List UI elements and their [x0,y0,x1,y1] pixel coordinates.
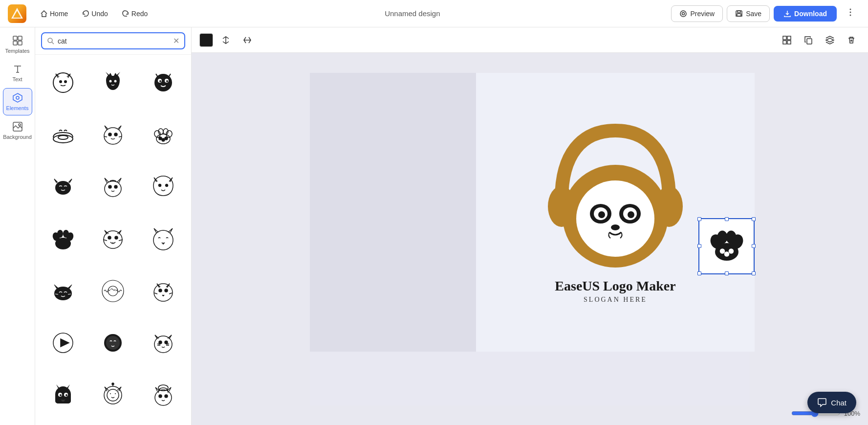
canvas-area: EaseUS Logo Maker SLOGAN HERE 100% [192,27,868,425]
search-input[interactable] [58,37,170,45]
element-cat-whiskers[interactable] [139,319,187,367]
element-cat-bow[interactable] [89,163,137,211]
svg-point-21 [109,80,112,83]
chat-button[interactable]: Chat [807,392,856,413]
logo-title: EaseUS Logo Maker [555,278,675,294]
design-canvas[interactable]: EaseUS Logo Maker SLOGAN HERE [476,73,755,352]
topbar-nav: Home Undo Redo [34,7,153,21]
sidebar-item-background[interactable]: Background [3,117,32,144]
element-cat-1[interactable] [39,59,87,107]
svg-point-44 [114,185,117,188]
element-cat-wreath[interactable] [89,267,137,315]
svg-point-20 [64,80,67,83]
svg-point-59 [154,284,173,301]
svg-point-103 [726,231,736,244]
element-cat-2[interactable] [89,59,137,107]
logo-svg [542,121,689,272]
element-cat-outline[interactable] [139,163,187,211]
element-cat-play[interactable] [39,319,87,367]
svg-point-105 [724,251,729,257]
sidebar-icons: Templates Text Elements Background [0,27,35,425]
svg-point-72 [65,394,67,396]
resize-handle-bm[interactable] [725,271,729,275]
search-icon [47,37,55,45]
main-layout: Templates Text Elements Background [0,27,868,425]
element-cat-fat[interactable] [139,215,187,263]
preview-button[interactable]: Preview [671,5,723,22]
svg-point-53 [108,236,111,239]
element-cat-black-1[interactable] [39,371,87,419]
svg-point-3 [682,12,685,15]
svg-point-58 [108,286,118,296]
home-button[interactable]: Home [34,7,74,21]
save-button[interactable]: Save [727,5,770,22]
svg-point-57 [102,280,124,302]
design-name: Unnamed design [157,9,667,18]
element-cat-chef[interactable] [139,371,187,419]
app-logo [8,4,26,23]
svg-point-26 [159,80,161,82]
mirror-button[interactable] [239,31,256,49]
redo-button[interactable]: Redo [116,7,153,21]
svg-rect-84 [787,41,791,44]
search-clear-button[interactable]: ✕ [173,36,179,45]
svg-point-42 [105,181,121,197]
svg-point-43 [108,185,111,188]
grid-view-button[interactable] [778,31,796,49]
resize-handle-bl[interactable] [697,271,701,275]
svg-point-8 [850,15,851,16]
svg-point-80 [165,395,168,398]
flip-button[interactable] [217,31,235,49]
delete-button[interactable] [843,31,860,49]
svg-point-98 [611,224,620,230]
element-cat-lazy[interactable] [39,163,87,211]
svg-point-102 [717,231,727,244]
sidebar-item-elements[interactable]: Elements [3,88,32,115]
layers-button[interactable] [821,31,839,49]
resize-handle-lm[interactable] [697,244,701,248]
logo-slogan: SLOGAN HERE [555,296,675,304]
element-cat-bowl[interactable] [39,111,87,158]
undo-button[interactable]: Undo [76,7,113,21]
resize-handle-tr[interactable] [752,217,756,221]
svg-rect-11 [13,41,17,45]
svg-rect-5 [737,14,741,16]
element-cat-cute[interactable] [89,111,137,158]
svg-point-74 [107,389,119,401]
element-cat-3[interactable] [139,59,187,107]
resize-handle-br[interactable] [752,271,756,275]
color-picker[interactable] [199,33,213,47]
svg-point-77 [155,390,172,405]
resize-handle-tm[interactable] [725,217,729,221]
svg-point-39 [162,138,165,141]
svg-point-54 [115,236,118,239]
topbar: Home Undo Redo Unnamed design Preview [0,0,868,27]
element-cat-astronaut[interactable] [89,371,137,419]
element-paw-1[interactable] [139,111,187,158]
svg-point-18 [53,73,73,92]
download-button[interactable]: Download [774,6,837,22]
search-input-wrap: ✕ [41,32,185,49]
more-options-button[interactable] [841,3,860,23]
svg-point-97 [628,211,634,218]
element-paw-2[interactable] [39,215,87,263]
svg-point-76 [112,383,114,385]
element-cat-face-alt[interactable] [139,267,187,315]
resize-handle-rm[interactable] [752,244,756,248]
element-cat-sleeping[interactable] [39,267,87,315]
sidebar-item-text[interactable]: Text [3,60,32,86]
svg-point-106 [728,248,734,254]
svg-point-32 [114,133,117,136]
svg-point-7 [850,12,851,13]
copy-button[interactable] [800,31,817,49]
resize-handle-tl[interactable] [697,217,701,221]
search-bar: ✕ [35,27,191,55]
svg-point-2 [680,11,686,17]
canvas-wrapper[interactable]: EaseUS Logo Maker SLOGAN HERE [192,53,868,425]
element-cat-magic[interactable] [89,319,137,367]
element-cat-smile[interactable] [89,215,137,263]
selected-paw-element[interactable] [698,218,755,274]
svg-point-79 [159,395,162,398]
sidebar-item-templates[interactable]: Templates [3,31,32,58]
svg-point-46 [165,184,168,187]
